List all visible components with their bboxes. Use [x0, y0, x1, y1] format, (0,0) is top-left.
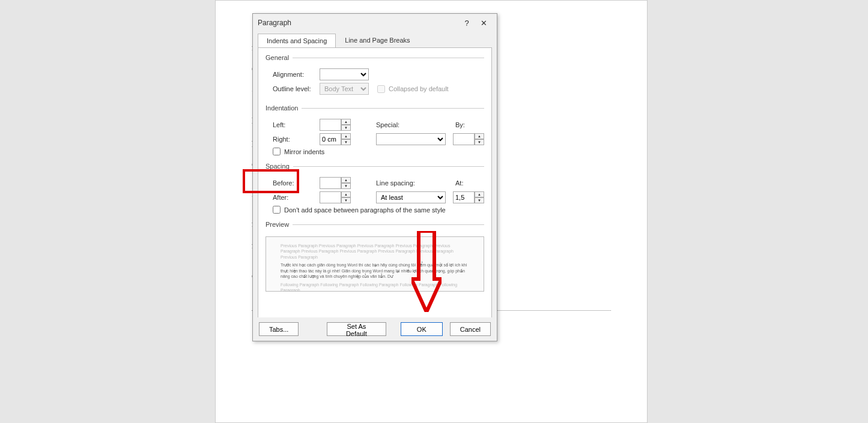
collapsed-checkbox-wrap: Collapsed by default — [377, 85, 449, 93]
line-spacing-label: Line spacing: — [376, 179, 424, 187]
spin-up-icon[interactable]: ▲ — [341, 133, 351, 139]
preview-group: Preview Previous Paragraph Previous Para… — [266, 221, 484, 295]
special-label: Special: — [376, 121, 419, 128]
at-spinner[interactable]: ▲▼ — [453, 191, 484, 203]
spin-down-icon[interactable]: ▼ — [341, 197, 351, 203]
right-indent-input[interactable] — [320, 133, 341, 145]
after-label: After: — [273, 194, 320, 201]
spin-down-icon[interactable]: ▼ — [341, 125, 351, 131]
ok-button[interactable]: OK — [401, 322, 443, 336]
at-label: At: — [455, 179, 472, 187]
general-legend: General — [266, 54, 293, 61]
general-group: General Alignment: Outline level: Body T… — [266, 54, 484, 101]
preview-prev-text: Previous Paragraph Previous Paragraph Pr… — [281, 243, 469, 260]
spin-down-icon[interactable]: ▼ — [341, 139, 351, 145]
indentation-group: Indentation Left: ▲▼ Special: By: Right:… — [266, 104, 484, 159]
dialog-title: Paragraph — [258, 19, 458, 27]
spacing-legend: Spacing — [266, 163, 293, 170]
alignment-select[interactable] — [320, 68, 369, 80]
by-input[interactable] — [453, 133, 475, 145]
set-as-default-button[interactable]: Set As Default — [327, 322, 386, 336]
after-spinner[interactable]: ▲▼ — [320, 191, 351, 203]
spin-up-icon[interactable]: ▲ — [341, 119, 351, 125]
tab-indents-spacing[interactable]: Indents and Spacing — [258, 34, 336, 48]
spin-up-icon[interactable]: ▲ — [475, 191, 484, 197]
mirror-indents-label: Mirror indents — [284, 148, 324, 155]
mirror-indents-checkbox[interactable] — [273, 148, 281, 155]
before-spinner[interactable]: ▲▼ — [320, 177, 351, 189]
dont-add-space-label: Don't add space between paragraphs of th… — [284, 206, 446, 214]
help-icon[interactable]: ? — [458, 16, 475, 30]
tab-line-page-breaks[interactable]: Line and Page Breaks — [336, 33, 419, 47]
dialog-tabs: Indents and Spacing Line and Page Breaks — [258, 33, 492, 47]
dont-add-space-checkbox[interactable] — [273, 206, 281, 214]
spin-down-icon[interactable]: ▼ — [341, 183, 351, 189]
collapsed-label: Collapsed by default — [389, 85, 449, 92]
by-label: By: — [455, 121, 472, 128]
indentation-legend: Indentation — [266, 104, 302, 112]
tab-label: Line and Page Breaks — [345, 37, 410, 44]
spin-up-icon[interactable]: ▲ — [341, 191, 351, 197]
close-icon[interactable]: ✕ — [475, 16, 492, 30]
cancel-button[interactable]: Cancel — [450, 322, 491, 336]
spin-down-icon[interactable]: ▼ — [475, 139, 484, 145]
at-input[interactable] — [453, 191, 475, 203]
outline-level-select: Body Text — [320, 83, 369, 95]
line-spacing-select[interactable]: At least — [376, 191, 446, 203]
tabs-button[interactable]: Tabs... — [259, 322, 299, 336]
spin-up-icon[interactable]: ▲ — [475, 133, 484, 139]
after-input[interactable] — [320, 191, 341, 203]
preview-next-text: Following Paragraph Following Paragraph … — [281, 282, 469, 292]
collapsed-checkbox — [377, 85, 385, 93]
alignment-label: Alignment: — [273, 71, 320, 78]
right-indent-label: Right: — [273, 136, 320, 143]
right-indent-spinner[interactable]: ▲▼ — [320, 133, 351, 145]
outline-label: Outline level: — [273, 85, 320, 92]
left-indent-spinner[interactable]: ▲▼ — [320, 119, 351, 131]
preview-legend: Preview — [266, 221, 293, 228]
paragraph-dialog: Paragraph ? ✕ Indents and Spacing Line a… — [252, 13, 497, 341]
dont-add-space-wrap[interactable]: Don't add space between paragraphs of th… — [273, 206, 484, 214]
before-input[interactable] — [320, 177, 341, 189]
left-indent-label: Left: — [273, 121, 320, 128]
tab-label: Indents and Spacing — [267, 37, 327, 44]
preview-sample-text: Trước khi học cách giãn dòng trong Word … — [281, 262, 469, 279]
dialog-button-row: Tabs... Set As Default OK Cancel — [253, 317, 497, 341]
before-label: Before: — [273, 179, 320, 187]
left-indent-input[interactable] — [320, 119, 341, 131]
tab-panel: General Alignment: Outline level: Body T… — [258, 47, 492, 325]
preview-box: Previous Paragraph Previous Paragraph Pr… — [266, 236, 484, 292]
special-select[interactable] — [376, 133, 446, 145]
dialog-titlebar: Paragraph ? ✕ — [253, 14, 497, 32]
spin-up-icon[interactable]: ▲ — [341, 177, 351, 183]
by-spinner[interactable]: ▲▼ — [453, 133, 484, 145]
mirror-indents-wrap[interactable]: Mirror indents — [273, 148, 484, 155]
spacing-group: Spacing Before: ▲▼ Line spacing: At: Aft… — [266, 163, 484, 217]
spin-down-icon[interactable]: ▼ — [475, 197, 484, 203]
